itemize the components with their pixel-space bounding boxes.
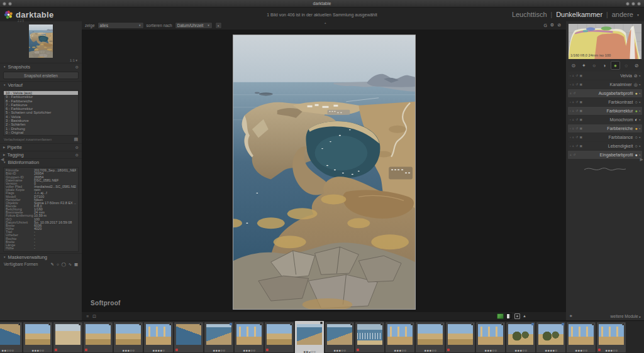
main-image[interactable] xyxy=(233,35,416,310)
filmstrip-thumb[interactable] xyxy=(355,322,384,352)
module-control-icons[interactable]: ▫ ≡ ↺ ▣ xyxy=(570,83,583,86)
collapse-right-panel-icon[interactable]: ▶ xyxy=(640,157,643,162)
module-row[interactable]: ▫ ≡ ↺ ▣ Farbkorrektur ● ◂ xyxy=(568,107,642,115)
module-state-icon[interactable]: ○ xyxy=(635,135,638,139)
filmstrip-thumb[interactable]: ★★★★☆ xyxy=(536,322,565,352)
module-state-icon[interactable]: ◎ xyxy=(634,82,638,87)
mask-shape-icon[interactable]: ✎ xyxy=(51,262,54,266)
histogram[interactable]: 1/160 f/8,0 24mm iso 100 xyxy=(568,24,642,59)
view-andere[interactable]: andere xyxy=(612,11,633,18)
module-name[interactable]: Farbbereiche xyxy=(607,126,633,131)
collapse-left-panel-icon[interactable]: ◀ xyxy=(1,157,4,162)
warning-triangle-icon[interactable]: ▲ xyxy=(523,314,526,318)
filmstrip-thumb[interactable]: ★★★☆☆ xyxy=(295,321,324,353)
show-filter-dropdown[interactable]: alles ▼ xyxy=(97,22,144,29)
gear-icon[interactable]: ⚙ xyxy=(75,145,79,149)
toolbar-icon[interactable]: ⊘ xyxy=(557,23,561,28)
pipette-header[interactable]: ▶ Pipette ⚙ xyxy=(0,143,82,151)
thumb-star-rating[interactable]: ★★★☆☆ xyxy=(23,349,52,352)
mask-manager-header[interactable]: ▼ Maskenverwaltung xyxy=(0,253,82,261)
thumb-star-rating[interactable]: ★★★☆☆ xyxy=(114,349,143,352)
gear-icon[interactable]: ⚙ xyxy=(75,65,79,69)
module-control-icons[interactable]: ▫ ≡ ↺ ▣ xyxy=(570,74,583,77)
module-group-icon[interactable]: ⊙ xyxy=(569,62,577,69)
thumb-star-rating[interactable]: ★★★☆☆ xyxy=(416,349,445,352)
module-name[interactable]: Monochrom xyxy=(610,117,633,122)
module-name[interactable]: Eingabefarbprofil xyxy=(600,153,633,157)
module-state-icon[interactable]: ● xyxy=(635,153,638,157)
view-leuchttisch[interactable]: Leuchttisch xyxy=(512,11,547,18)
module-control-icons[interactable]: ▫ ≡ ↺ ▣ xyxy=(570,127,583,130)
module-state-icon[interactable]: ○ xyxy=(635,100,638,104)
filmstrip-thumb[interactable]: ★★★☆☆ xyxy=(476,322,505,352)
sort-by-dropdown[interactable]: Datum/Uhrzeit ▼ xyxy=(175,22,213,29)
bottom-toolbar-icon[interactable]: ≡ xyxy=(86,314,89,319)
window-menu-button[interactable] xyxy=(3,2,6,6)
filmstrip-thumb[interactable] xyxy=(84,322,113,352)
module-row[interactable]: ▫ ≡ ↺ ▣ Farbkontrast ○ ◂ xyxy=(568,98,642,106)
filmstrip-collapse-icon[interactable]: ▼ xyxy=(308,349,311,353)
history-header[interactable]: ▼ Verlauf xyxy=(0,81,82,89)
module-control-icons[interactable]: ≡ ↺ xyxy=(570,92,576,95)
tagging-header[interactable]: ▶ Tagging ⚙ xyxy=(0,151,82,158)
module-row[interactable]: ▫ ≡ ↺ ▣ Farbbalance ○ ◂ xyxy=(568,133,642,141)
module-name[interactable]: Kanalmixer xyxy=(610,82,632,87)
module-control-icons[interactable]: ▫ ≡ ↺ ▣ xyxy=(570,136,583,139)
filmstrip-thumb[interactable]: ★★★☆☆ xyxy=(23,322,52,352)
module-row[interactable]: ≡ ↺ Ausgabefarbprofil ● ◂ xyxy=(568,89,642,97)
chevron-down-icon[interactable]: ▾ xyxy=(637,13,639,17)
thumb-star-rating[interactable]: ★★★☆☆ xyxy=(386,349,414,352)
mask-shape-icon[interactable]: ∿ xyxy=(69,262,72,266)
module-state-icon[interactable]: ○ xyxy=(635,144,638,148)
filmstrip-thumb[interactable] xyxy=(265,322,294,352)
module-group-icon[interactable]: ○ xyxy=(590,62,598,69)
module-name[interactable]: Farbkontrast xyxy=(608,100,633,104)
window-pin-button[interactable] xyxy=(8,2,12,6)
module-state-icon[interactable]: ⊘ xyxy=(634,73,638,78)
thumb-star-rating[interactable]: ★★★★☆ xyxy=(144,349,173,352)
filmstrip-thumb[interactable] xyxy=(446,322,475,352)
window-titlebar[interactable]: darktable xyxy=(0,0,644,8)
presets-icon[interactable]: ∗ xyxy=(569,313,572,318)
module-row[interactable]: ▫ ≡ ↺ ▣ Kanalmixer ◎ ◂ xyxy=(568,80,642,89)
view-dunkelkammer[interactable]: Dunkelkammer xyxy=(556,11,602,18)
filmstrip-thumb[interactable]: ★★★☆☆ xyxy=(416,322,445,352)
compress-history-icon[interactable]: ▤ xyxy=(74,137,78,142)
module-name[interactable]: Velvia xyxy=(620,73,632,78)
collapse-top-panel-icon[interactable]: ▲ xyxy=(324,21,326,24)
module-row[interactable]: ▫ ≡ ↺ ▣ Lebendigkeit ○ ◂ xyxy=(568,142,642,150)
module-name[interactable]: Farbkorrektur xyxy=(606,109,633,113)
thumb-star-rating[interactable]: ★★★★☆ xyxy=(536,349,565,352)
module-control-icons[interactable]: ≡ ↺ xyxy=(570,153,576,156)
filmstrip-thumb[interactable]: ★★★☆☆ xyxy=(204,322,233,352)
thumb-star-rating[interactable]: ★★★☆☆ xyxy=(235,349,264,352)
filmstrip-thumb[interactable]: ★★★☆☆ xyxy=(114,322,143,352)
compress-history-row[interactable]: Verlaufsstapel zusammenfassen ▤ xyxy=(0,136,82,143)
thumb-star-rating[interactable]: ★★★☆☆ xyxy=(325,349,354,352)
filmstrip[interactable]: ★★☆☆☆ ★★★☆☆ ★★★☆☆ xyxy=(0,320,644,353)
close-button[interactable] xyxy=(637,2,641,6)
filmstrip-thumb[interactable]: ★★★★☆ xyxy=(144,322,173,352)
minimize-button[interactable] xyxy=(626,2,630,6)
bottom-toolbar-icon[interactable]: ⊡ xyxy=(92,314,96,319)
module-state-icon[interactable]: ● xyxy=(635,91,638,95)
thumb-star-rating[interactable]: ★★★☆☆ xyxy=(567,349,596,352)
module-row[interactable]: ▫ ≡ ↺ ▣ Velvia ⊘ ◂ xyxy=(568,72,642,80)
filmstrip-thumb[interactable]: ★★★☆☆ xyxy=(325,322,354,352)
module-group-icon[interactable]: ✦ xyxy=(580,62,588,69)
module-control-icons[interactable]: ▫ ≡ ↺ ▣ xyxy=(570,100,583,104)
gear-icon[interactable]: ⚙ xyxy=(75,153,79,157)
thumb-star-rating[interactable]: ★★★☆☆ xyxy=(506,349,535,352)
history-item[interactable]: 0 - Original xyxy=(4,131,78,134)
navigation-thumbnail[interactable] xyxy=(29,24,53,58)
module-group-icon[interactable]: ⊘ xyxy=(633,62,641,69)
zoom-level-indicator[interactable]: 1:1 ▾ xyxy=(70,58,77,62)
filmstrip-thumb[interactable]: ★★★☆☆ xyxy=(597,322,626,352)
mask-shape-icon[interactable]: ▦ xyxy=(74,262,78,266)
create-snapshot-button[interactable]: Snapshot erstellen xyxy=(3,72,79,79)
filmstrip-thumb[interactable] xyxy=(53,322,82,352)
filmstrip-thumb[interactable]: ★★☆☆☆ xyxy=(0,322,22,352)
sort-direction-button[interactable]: ▴ xyxy=(215,22,222,29)
module-row[interactable]: ≡ ↺ Eingabefarbprofil ● ◂ xyxy=(568,151,642,159)
filmstrip-thumb[interactable] xyxy=(174,322,203,352)
